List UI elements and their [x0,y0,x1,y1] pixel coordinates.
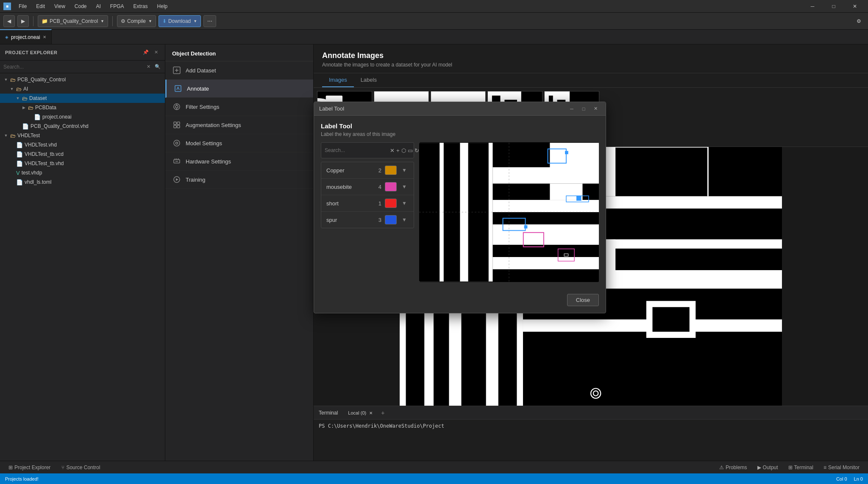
tree-item-ai[interactable]: ▼ 🗁 AI [0,84,165,94]
folder-icon: 🗁 [28,105,33,111]
tree-label: vhdl_ls.toml [25,179,51,185]
search-clear-button[interactable]: ✕ [390,145,395,155]
terminal-add-button[interactable]: + [379,409,386,416]
tree-item-vhdltest-vhd[interactable]: 📄 VHDLTest.vhd [0,140,165,149]
label-row-short[interactable]: short 1 ▼ [321,195,414,212]
tab-project-oneai[interactable]: ◈ project.oneai ✕ [0,29,52,44]
tab-labels[interactable]: Labels [354,73,384,87]
tree-item-pcbdata[interactable]: ▶ 🗁 PCBData [0,103,165,112]
menu-ai[interactable]: AI [92,2,105,11]
svg-rect-68 [565,151,568,154]
tab-images[interactable]: Images [322,73,354,87]
bottom-tab-problems[interactable]: ⚠ Problems [714,461,752,474]
project-name: PCB_Quality_Control [50,18,98,24]
tree-item-pcb-root[interactable]: ▼ 🗁 PCB_Quality_Control [0,75,165,84]
label-dropdown-short[interactable]: ▼ [400,199,409,208]
tree-item-vhdltest[interactable]: ▼ 🗁 VHDLTest [0,131,165,140]
ai-panel: Object Detection Add Dataset Annotate [165,44,314,461]
add-label-button[interactable]: + [396,145,400,155]
close-sidebar-button[interactable]: ✕ [152,49,160,56]
settings-button[interactable]: ⚙ [853,15,865,27]
tab-close-icon[interactable]: ✕ [43,35,46,39]
nav-back-button[interactable]: ◀ [3,15,15,27]
bottom-tab-project-explorer[interactable]: ⊞ Project Explorer [3,461,56,474]
tab-bar: ◈ project.oneai ✕ [0,30,868,44]
tree-item-test-vhdp[interactable]: V test.vhdp [0,168,165,177]
terminal-tab-close-icon[interactable]: ✕ [369,411,373,415]
bottom-tab-output[interactable]: ▶ Output [752,461,783,474]
label-row-mousebite[interactable]: mousebite 4 ▼ [321,179,414,195]
menu-file[interactable]: File [14,2,31,11]
tree-label: project.oneai [42,114,72,120]
status-col: Col 0 [836,476,847,481]
close-button[interactable]: ✕ [845,0,865,13]
serial-monitor-icon: ≡ [823,465,826,470]
refresh-button[interactable]: ↻ [415,145,419,155]
label-row-copper[interactable]: Copper 2 ▼ [321,162,414,179]
more-button[interactable]: ⋯ [203,15,216,27]
label-search-input[interactable] [325,147,388,153]
bottom-tab-serial-monitor[interactable]: ≡ Serial Monitor [818,461,865,474]
label-count-copper: 2 [373,167,381,174]
search-input[interactable] [3,64,143,70]
menu-extras[interactable]: Extras [129,2,152,11]
bottom-tab-source-control[interactable]: ⑂ Source Control [56,461,105,474]
tree-item-dataset[interactable]: ▼ 🗁 Dataset [0,94,165,103]
label-color-mousebite[interactable] [385,182,397,191]
menu-help[interactable]: Help [153,2,172,11]
label-row-spur[interactable]: spur 3 ▼ [321,212,414,228]
label-color-short[interactable] [385,199,397,208]
project-selector[interactable]: 📁 PCB_Quality_Control ▼ [38,15,108,27]
rect-tool-button[interactable]: ▭ [408,145,413,155]
nav-augmentation-settings[interactable]: Augmentation Settings [165,116,313,134]
nav-add-dataset[interactable]: Add Dataset [165,61,313,80]
nav-training[interactable]: Training [165,171,313,189]
maximize-button[interactable]: □ [824,0,843,13]
label-color-spur[interactable] [385,215,397,224]
label-tool-dialog[interactable]: Label Tool ─ □ ✕ Label Tool Label the ke… [314,102,606,313]
menu-code[interactable]: Code [70,2,91,11]
label-pcb-view[interactable] [419,142,599,282]
vhdp-file-icon: V [16,170,20,176]
clear-search-icon[interactable]: ✕ [145,63,152,71]
dialog-minimize-button[interactable]: ─ [567,105,577,113]
bottom-tab-terminal[interactable]: ⊞ Terminal [783,461,818,474]
tree-item-pcb-vhd[interactable]: 📄 PCB_Quality_Control.vhd [0,122,165,131]
window-controls: ─ □ ✕ [803,0,865,13]
minimize-button[interactable]: ─ [803,0,822,13]
menu-view[interactable]: View [50,2,70,11]
nav-forward-button[interactable]: ▶ [17,15,29,27]
menu-edit[interactable]: Edit [32,2,49,11]
nav-annotate[interactable]: Annotate [165,80,313,98]
project-explorer-icon: ⊞ [8,465,13,470]
tree-item-vhdl-ls-toml[interactable]: 📄 vhdl_ls.toml [0,177,165,187]
search-icon[interactable]: 🔍 [154,63,161,71]
dialog-maximize-button[interactable]: □ [579,105,589,113]
dialog-close-button[interactable]: ✕ [590,105,601,113]
menu-fpga[interactable]: FPGA [106,2,128,11]
polygon-tool-button[interactable]: ⬡ [401,145,406,155]
sidebar-title: Project Explorer [5,50,142,55]
tree-item-project-oneai[interactable]: 📄 project.oneai [0,112,165,122]
svg-rect-67 [548,149,566,163]
nav-annotate-label: Annotate [187,86,209,92]
close-dialog-button[interactable]: Close [567,294,599,306]
nav-hardware-settings[interactable]: Hardware Settings [165,152,313,171]
nav-model-settings[interactable]: Model Settings [165,134,313,152]
download-button[interactable]: ⬇ Download ▼ [159,15,201,27]
tree-item-vhdltest-tb-vcd[interactable]: 📄 VHDLTest_tb.vcd [0,149,165,159]
label-dropdown-mousebite[interactable]: ▼ [400,182,409,191]
label-name-mousebite: mousebite [326,184,370,190]
pin-sidebar-button[interactable]: 📌 [142,49,150,56]
terminal-body[interactable]: PS C:\Users\Hendrik\OneWareStudio\Projec… [314,420,868,454]
label-dropdown-spur[interactable]: ▼ [400,215,409,224]
folder-icon: 🗁 [10,77,16,83]
label-color-copper[interactable] [385,166,397,175]
source-control-icon: ⑂ [61,465,64,470]
terminal-icon: ⊞ [788,465,793,470]
tree-item-vhdltest-tb-vhd[interactable]: 📄 VHDLTest_tb.vhd [0,159,165,168]
compile-button[interactable]: ⚙ Compile ▼ [117,15,156,27]
terminal-tab-local[interactable]: Local (0) ✕ [345,409,376,416]
label-dropdown-copper[interactable]: ▼ [400,166,409,175]
nav-filter-settings[interactable]: Filter Settings [165,98,313,116]
